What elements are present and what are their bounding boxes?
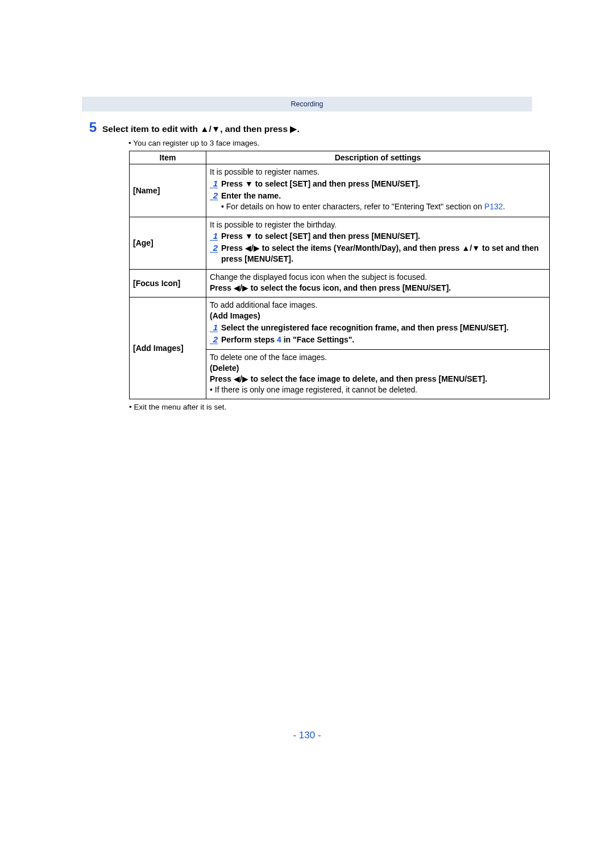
down-arrow-icon [472,243,480,253]
substep-1: 1 [210,323,218,332]
row-addimages-add: To add additional face images. (Add Imag… [206,297,550,350]
right-arrow-icon [242,283,248,292]
left-arrow-icon [234,283,240,292]
substep-2: 2 [210,243,218,253]
up-arrow-icon [200,124,209,134]
row-age-label: [Age] [130,217,206,270]
step-5-note: • You can register up to 3 face images. [128,139,532,147]
row-addimages-delete: To delete one of the face images. (Delet… [206,350,550,399]
step-number: 5 [82,119,97,135]
breadcrumb: Recording [82,97,532,111]
right-arrow-icon [242,374,248,383]
row-name-label: [Name] [130,164,206,217]
page-number: - 130 - [0,730,614,753]
left-arrow-icon [245,243,251,253]
exit-menu-note: • Exit the menu after it is set. [129,403,532,411]
row-focus-label: [Focus Icon] [130,270,206,297]
step-5-text: Select item to edit with /, and then pre… [102,123,300,135]
substep-2: 2 [210,191,218,200]
substep-1: 1 [210,232,218,241]
page-link-p132[interactable]: P132 [484,202,503,211]
row-name-desc: It is possible to register names. 1 Pres… [206,164,550,217]
col-header-desc: Description of settings [206,151,550,164]
down-arrow-icon [245,232,253,241]
step-ref-4[interactable]: 4 [277,335,281,344]
row-age-desc: It is possible to register the birthday.… [206,217,550,270]
right-arrow-icon [254,243,260,253]
row-focus-desc: Change the displayed focus icon when the… [206,270,550,297]
down-arrow-icon [211,124,220,134]
row-addimages-label: [Add Images] [130,297,206,399]
col-header-item: Item [130,151,206,164]
substep-1: 1 [210,179,218,188]
settings-table: Item Description of settings [Name] It i… [129,151,550,399]
right-arrow-icon [290,124,297,134]
step-5: 5 Select item to edit with /, and then p… [82,119,532,135]
substep-2: 2 [210,335,218,344]
left-arrow-icon [234,374,240,383]
down-arrow-icon [245,179,253,188]
up-arrow-icon [462,243,470,253]
